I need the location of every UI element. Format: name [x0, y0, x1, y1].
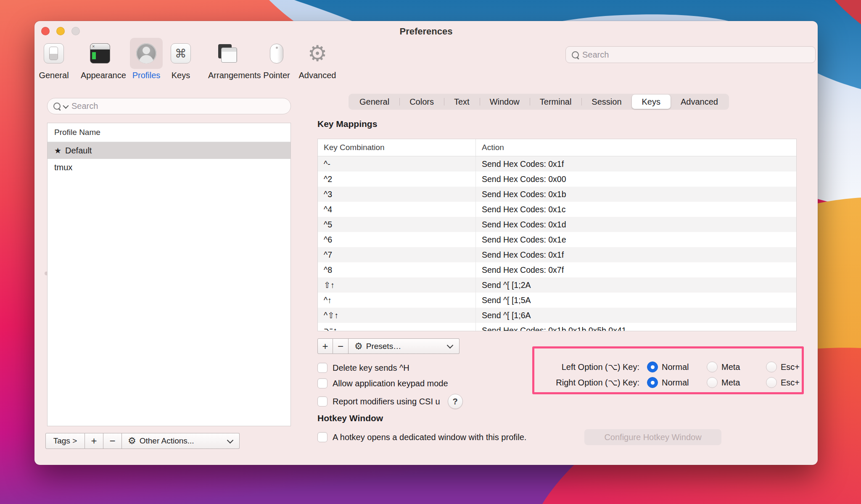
right-option-esc-radio[interactable]: [766, 377, 777, 388]
toolbar-item-appearance[interactable]: Appearance: [81, 38, 119, 80]
desktop: { "window": { "title": "Preferences" }, …: [0, 0, 861, 504]
toolbar-label: Advanced: [298, 71, 337, 80]
tags-button[interactable]: Tags >: [45, 433, 85, 449]
tab-advanced[interactable]: Advanced: [671, 95, 728, 109]
minus-icon: −: [338, 340, 343, 352]
add-key-mapping-button[interactable]: +: [317, 338, 333, 354]
right-option-key-row: Right Option (⌥) Key: Normal Meta Esc+: [534, 376, 802, 389]
chevron-down-icon: [447, 342, 454, 349]
toolbar-item-profiles[interactable]: Profiles: [127, 38, 166, 80]
tab-session[interactable]: Session: [581, 95, 631, 109]
tab-keys[interactable]: Keys: [632, 95, 671, 109]
remove-profile-button[interactable]: −: [103, 433, 122, 449]
presets-dropdown[interactable]: ⚙ Presets…: [349, 338, 460, 354]
minus-icon: −: [109, 435, 115, 447]
command-key-icon: ⌘: [171, 43, 191, 63]
other-actions-dropdown[interactable]: ⚙ Other Actions...: [122, 433, 240, 449]
gear-icon: ⚙: [128, 435, 136, 446]
checkbox-label: Allow application keypad mode: [333, 379, 448, 388]
key-mapping-row[interactable]: ⇧↑Send ^[ [1;2A: [318, 277, 796, 293]
column-header-action[interactable]: Action: [475, 139, 796, 156]
key-mapping-row[interactable]: ^7Send Hex Codes: 0x1f: [318, 247, 796, 262]
key-mapping-row[interactable]: ^-Send Hex Codes: 0x1f: [318, 156, 796, 172]
search-icon: [572, 51, 579, 58]
presets-label: Presets…: [366, 342, 401, 351]
delete-key-sends-h-checkbox[interactable]: [317, 363, 327, 373]
checkbox-label: Report modifiers using CSI u: [333, 397, 440, 406]
toolbar-label: Arrangements: [208, 71, 247, 80]
toolbar-label: Keys: [161, 71, 200, 80]
key-mappings-heading: Key Mappings: [317, 119, 377, 129]
profile-row-tmux[interactable]: tmux: [48, 159, 291, 176]
checkbox-label: Delete key sends ^H: [333, 363, 409, 373]
left-option-meta-radio[interactable]: [707, 362, 718, 372]
toolbar-item-general[interactable]: General: [34, 38, 73, 80]
tab-general[interactable]: General: [349, 95, 399, 109]
column-header-key-combination[interactable]: Key Combination: [318, 139, 475, 156]
allow-application-keypad-mode-checkbox[interactable]: [317, 378, 327, 388]
key-mapping-row[interactable]: ^5Send Hex Codes: 0x1d: [318, 217, 796, 232]
tab-colors[interactable]: Colors: [399, 95, 444, 109]
left-option-key-row: Left Option (⌥) Key: Normal Meta Esc+: [534, 361, 802, 373]
profile-row-default[interactable]: ★ Default: [48, 142, 291, 159]
toolbar-item-keys[interactable]: ⌘ Keys: [161, 38, 200, 80]
key-mapping-row[interactable]: ^2Send Hex Codes: 0x00: [318, 172, 796, 187]
add-profile-button[interactable]: +: [85, 433, 103, 449]
toolbar-item-advanced[interactable]: ⚙ Advanced: [298, 38, 337, 80]
key-mapping-row[interactable]: ^4Send Hex Codes: 0x1c: [318, 202, 796, 217]
profile-search-input[interactable]: [71, 101, 291, 111]
hotkey-window-checkbox[interactable]: [317, 432, 327, 442]
checkbox-row-delete-key: Delete key sends ^H: [317, 363, 409, 373]
star-icon: ★: [54, 146, 61, 156]
key-mapping-row[interactable]: ^6Send Hex Codes: 0x1e: [318, 232, 796, 247]
preferences-window: Preferences General Appearance Profiles …: [34, 21, 818, 465]
left-option-esc-radio[interactable]: [766, 362, 777, 372]
profile-tabs: General Colors Text Window Terminal Sess…: [349, 94, 729, 110]
person-avatar-icon: [136, 43, 156, 63]
left-option-key-label: Left Option (⌥) Key:: [534, 362, 639, 372]
toolbar-item-arrangements[interactable]: Arrangements: [208, 38, 247, 80]
key-mappings-table: Key Combination Action ^-Send Hex Codes:…: [317, 139, 797, 331]
profile-name: Default: [65, 146, 92, 156]
profile-list-header: Profile Name: [48, 123, 291, 142]
tags-button-label: Tags >: [53, 436, 77, 446]
chevron-down-icon: [63, 103, 69, 108]
key-mapping-row[interactable]: ^8Send Hex Codes: 0x7f: [318, 262, 796, 277]
toolbar-label: Profiles: [127, 71, 166, 80]
left-option-normal-radio[interactable]: [647, 362, 658, 372]
radio-label: Meta: [721, 378, 747, 388]
chevron-down-icon: [227, 437, 234, 443]
hotkey-checkbox-row: A hotkey opens a dedicated window with t…: [317, 432, 526, 442]
key-mapping-row[interactable]: ^↑Send ^[ [1;5A: [318, 293, 796, 308]
toolbar-label: Pointer: [257, 71, 296, 80]
report-modifiers-csi-u-checkbox[interactable]: [317, 396, 327, 406]
window-title: Preferences: [34, 26, 818, 37]
remove-key-mapping-button[interactable]: −: [333, 338, 349, 354]
radio-label: Esc+: [781, 362, 800, 372]
radio-label: Normal: [662, 378, 693, 388]
tab-window[interactable]: Window: [480, 95, 530, 109]
key-mapping-row[interactable]: ^⇧↑Send ^[ [1;6A: [318, 308, 796, 323]
right-option-key-label: Right Option (⌥) Key:: [534, 377, 639, 388]
right-option-meta-radio[interactable]: [707, 377, 718, 388]
hotkey-checkbox-label: A hotkey opens a dedicated window with t…: [333, 433, 526, 442]
checkbox-row-keypad-mode: Allow application keypad mode: [317, 378, 448, 388]
tab-terminal[interactable]: Terminal: [530, 95, 582, 109]
key-mappings-table-header: Key Combination Action: [318, 139, 796, 156]
right-option-normal-radio[interactable]: [647, 377, 658, 388]
checkbox-row-csi-u: Report modifiers using CSI u ?: [317, 394, 463, 409]
gear-icon: ⚙: [354, 341, 363, 352]
key-mapping-row[interactable]: ^3Send Hex Codes: 0x1b: [318, 187, 796, 202]
key-mapping-row[interactable]: ⌥↑Send Hex Codes: 0x1b 0x1b 0x5b 0x41: [318, 323, 796, 331]
toolbar-search-field[interactable]: [565, 46, 816, 63]
toolbar-label: Appearance: [81, 71, 119, 80]
tab-text[interactable]: Text: [444, 95, 480, 109]
help-button[interactable]: ?: [448, 394, 463, 409]
profile-search-field[interactable]: [47, 98, 291, 114]
plus-icon: +: [91, 435, 97, 447]
toolbar-search-input[interactable]: [581, 50, 815, 60]
gear-icon: ⚙: [308, 43, 327, 63]
plus-icon: +: [322, 340, 328, 352]
configure-hotkey-window-button: Configure Hotkey Window: [584, 429, 721, 445]
toolbar-item-pointer[interactable]: Pointer: [257, 38, 296, 80]
